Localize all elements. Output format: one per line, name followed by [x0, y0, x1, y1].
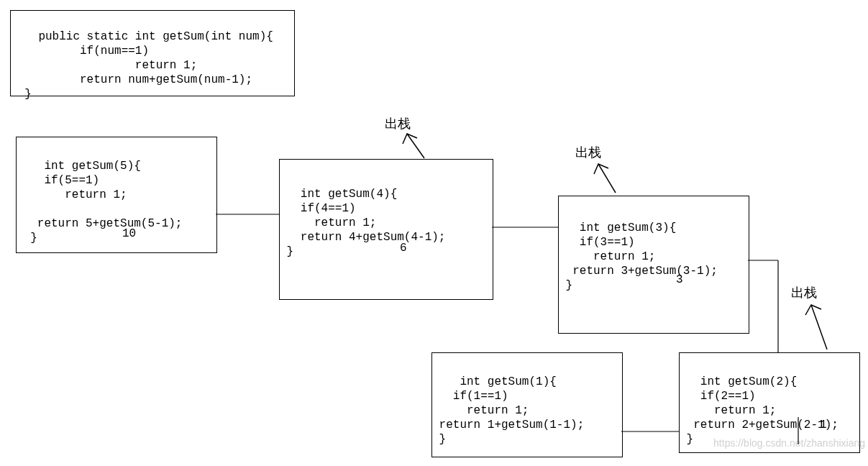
svg-line-8 [811, 305, 827, 350]
pop-label-1: 出栈 [385, 115, 411, 132]
result-2: 1 [820, 419, 827, 431]
code-text: int getSum(4){ if(4==1) return 1; return… [280, 188, 445, 258]
code-text: int getSum(3){ if(3==1) return 1; return… [559, 221, 718, 292]
watermark: https://blog.csdn.net/zhanshixiang [713, 437, 865, 449]
code-text: int getSum(2){ if(2==1) return 1; return… [680, 375, 839, 446]
code-text: int getSum(5){ if(5==1) return 1; return… [17, 160, 182, 245]
code-text: public static int getSum(int num){ if(nu… [11, 30, 273, 101]
svg-line-7 [598, 164, 616, 193]
code-box-definition: public static int getSum(int num){ if(nu… [10, 10, 295, 96]
result-4: 6 [400, 242, 407, 255]
code-box-getsum3: int getSum(3){ if(3==1) return 1; return… [558, 196, 749, 334]
result-3: 3 [676, 273, 683, 286]
code-box-getsum4: int getSum(4){ if(4==1) return 1; return… [279, 159, 493, 300]
code-box-getsum1: int getSum(1){ if(1==1) return 1; return… [431, 352, 623, 457]
result-5: 10 [122, 227, 136, 240]
code-text: int getSum(1){ if(1==1) return 1; return… [432, 375, 584, 446]
svg-line-6 [407, 134, 424, 158]
pop-label-3: 出栈 [791, 284, 817, 301]
code-box-getsum5: int getSum(5){ if(5==1) return 1; return… [16, 137, 217, 253]
pop-label-2: 出栈 [575, 144, 601, 161]
